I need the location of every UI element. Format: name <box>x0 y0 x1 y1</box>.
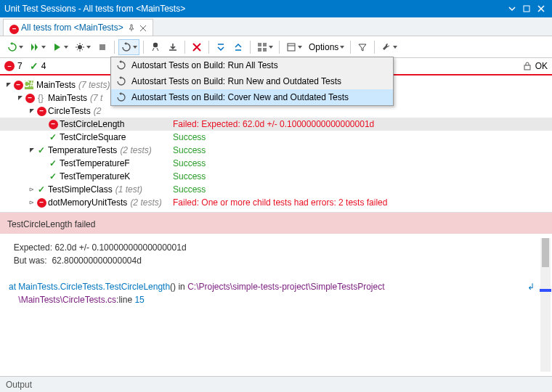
node-name: TemperatureTests <box>46 144 118 157</box>
wrap-arrow-icon: ↲ <box>527 280 535 293</box>
trace-class: MainTests.CircleTests.TestCircleLength <box>18 282 170 292</box>
failed-count: 7 <box>17 61 23 71</box>
export-button[interactable] <box>165 39 181 55</box>
dropdown-label: Autostart Tests on Build: Run All Tests <box>131 60 278 70</box>
toolbar: Options Autostart Tests on Build: Run Al… <box>0 36 552 58</box>
pass-icon <box>30 60 38 72</box>
group-by-button[interactable] <box>254 39 275 55</box>
detail-output[interactable]: Expected: 62.0d +/- 0.10000000000000001d… <box>0 234 552 376</box>
status-ok[interactable]: OK <box>522 61 548 71</box>
dropdown-label: Autostart Tests on Build: Run New and Ou… <box>131 76 341 86</box>
window-titlebar: Unit Test Sessions - All tests from <Mai… <box>0 0 552 17</box>
node-name: CircleTests <box>46 105 92 118</box>
tree-node-class[interactable]: – CircleTests (2 <box>0 105 552 118</box>
scroll-marker <box>540 289 551 292</box>
separator <box>250 41 251 54</box>
node-result: Failed: Expected: 62.0d +/- 0.1000000000… <box>167 118 374 131</box>
svg-point-1 <box>78 45 82 49</box>
refresh-icon <box>115 75 127 87</box>
separator <box>279 41 280 54</box>
filter-button[interactable] <box>354 39 370 55</box>
tree-node-class[interactable]: TestSimpleClass (1 test) Success <box>0 183 552 196</box>
scrollbar-thumb[interactable] <box>542 238 549 267</box>
refresh-icon <box>115 60 127 71</box>
tab-session[interactable]: – All tests from <MainTests> <box>3 19 153 36</box>
run-all-button[interactable] <box>27 39 48 55</box>
expand-toggle[interactable] <box>4 82 13 88</box>
tree-node-test[interactable]: TestTemperatureF Success <box>0 157 552 170</box>
node-name: TestTemperatureK <box>58 170 131 183</box>
tree-node-test[interactable]: – TestCircleLength Failed: Expected: 62.… <box>0 118 552 131</box>
namespace-icon: {} <box>35 93 46 103</box>
status-failed[interactable]: –7 <box>4 61 23 71</box>
pin-icon[interactable] <box>126 24 137 31</box>
node-name: MainTests <box>46 91 89 105</box>
tab-strip: – All tests from <MainTests> <box>0 17 552 36</box>
pass-icon <box>36 183 46 196</box>
status-passed[interactable]: 4 <box>30 60 46 72</box>
window-dropdown-icon[interactable] <box>506 3 519 15</box>
expected-label: Expected: <box>14 242 52 253</box>
tree-node-test[interactable]: TestCircleSquare Success <box>0 131 552 144</box>
tree-node-test[interactable]: TestTemperatureK Success <box>0 170 552 183</box>
window-maximize-icon[interactable] <box>520 3 533 15</box>
svg-rect-4 <box>263 43 267 46</box>
butwas-value: 62.800000000000004d <box>52 256 141 266</box>
output-toggle-button[interactable] <box>283 39 304 55</box>
debug-button[interactable] <box>72 39 93 55</box>
trace-path: C:\Projects\simple-tests-project\SimpleT… <box>187 282 384 292</box>
trace-at: at <box>9 282 16 292</box>
dropdown-item-run-new[interactable]: Autostart Tests on Build: Run New and Ou… <box>111 73 393 89</box>
expand-toggle[interactable] <box>28 200 36 205</box>
collapse-all-button[interactable] <box>230 39 246 55</box>
remove-button[interactable] <box>189 39 205 55</box>
expand-toggle[interactable] <box>28 147 36 153</box>
node-result: Success <box>167 157 206 170</box>
svg-rect-6 <box>263 48 267 52</box>
track-button[interactable] <box>147 39 163 55</box>
autostart-button[interactable] <box>118 39 139 55</box>
expand-all-button[interactable] <box>213 39 229 55</box>
svg-rect-5 <box>258 48 261 52</box>
fail-icon: – <box>9 23 18 32</box>
pass-icon <box>48 170 58 183</box>
refresh-button[interactable] <box>4 39 25 55</box>
node-result: Success <box>167 170 206 183</box>
node-result: Failed: One or more child tests had erro… <box>167 196 387 209</box>
options-button[interactable]: Options <box>306 39 346 55</box>
node-name: TestCircleSquare <box>58 131 127 144</box>
dropdown-item-run-all[interactable]: Autostart Tests on Build: Run All Tests <box>111 57 393 73</box>
node-result: Success <box>167 144 206 157</box>
tab-label: All tests from <MainTests> <box>21 23 123 33</box>
output-label: Output <box>6 380 32 390</box>
separator <box>184 41 185 54</box>
detail-title: TestCircleLength failed <box>7 219 95 229</box>
stop-button[interactable] <box>94 39 110 55</box>
expand-toggle[interactable] <box>16 95 25 101</box>
window-close-icon[interactable] <box>535 3 548 15</box>
fail-icon: – <box>25 94 35 103</box>
expand-toggle[interactable] <box>28 187 36 192</box>
svg-rect-8 <box>524 65 530 70</box>
csharp-icon: C# <box>23 80 35 90</box>
svg-text:{}: {} <box>38 93 44 103</box>
output-panel-tab[interactable]: Output <box>0 376 552 392</box>
options-label: Options <box>309 42 338 52</box>
tree-node-class[interactable]: – dotMemoryUnitTests (2 tests) Failed: O… <box>0 196 552 209</box>
pass-icon <box>48 157 58 170</box>
svg-rect-0 <box>524 6 529 12</box>
separator <box>114 41 115 54</box>
dropdown-item-cover-new[interactable]: Autostart Tests on Build: Cover New and … <box>111 89 393 105</box>
tab-close-icon[interactable] <box>139 24 147 31</box>
wrench-button[interactable] <box>378 39 399 55</box>
node-count: (2 tests) <box>129 196 161 209</box>
node-name: TestCircleLength <box>58 118 126 131</box>
scrollbar[interactable] <box>540 238 551 372</box>
fail-icon: – <box>36 107 46 116</box>
node-name: MainTests <box>35 78 77 91</box>
expand-toggle[interactable] <box>28 108 36 114</box>
tree-node-class[interactable]: TemperatureTests (2 tests) Success <box>0 144 552 157</box>
fail-icon: – <box>36 198 46 208</box>
svg-rect-7 <box>288 44 295 51</box>
run-button[interactable] <box>49 39 70 55</box>
